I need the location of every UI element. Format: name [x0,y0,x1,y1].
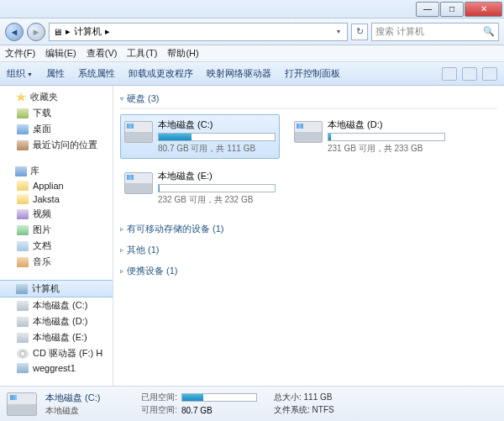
tool-control-panel[interactable]: 打开控制面板 [285,67,340,80]
drive-sub: 80.7 GB 可用，共 111 GB [158,143,276,155]
details-fs-label: 文件系统: [274,405,310,414]
sidebar-item-label: 桌面 [33,123,51,135]
details-used-label: 已用空间: [134,392,177,403]
sidebar-libraries-head[interactable]: 库 [0,163,113,179]
group-label: 便携设备 (1) [127,265,178,277]
menu-tools[interactable]: 工具(T) [127,47,157,60]
expand-icon: ▹ [120,225,123,233]
sidebar-favorites-label: 收藏夹 [30,91,58,103]
preview-pane-icon[interactable] [462,67,477,81]
sidebar-comp-4[interactable]: weggrest1 [0,361,113,375]
back-button[interactable]: ◄ [5,23,24,41]
sidebar-computer-head[interactable]: 计算机 [0,280,113,297]
sidebar-item-label: 音乐 [33,255,51,268]
sidebar-lib-3[interactable]: 图片 [0,222,113,238]
sidebar-item-label: 本地磁盘 (C:) [33,299,87,312]
group-row-2[interactable]: ▹便携设备 (1) [120,260,497,282]
drive-capacity-bar [328,133,445,141]
sidebar-item-label: 本地磁盘 (E:) [33,331,87,344]
sidebar-lib-2[interactable]: 视频 [0,206,113,222]
menu-edit[interactable]: 编辑(E) [45,47,76,60]
ic-fold-icon [17,181,29,191]
body: 收藏夹 下载桌面最近访问的位置 库 ApplianJaksta视频图片文档音乐 … [0,86,504,386]
breadcrumb-label[interactable]: 计算机 [74,25,102,38]
details-used-bar [181,393,257,402]
minimize-button[interactable]: — [416,2,439,17]
sidebar-item-label: 最近访问的位置 [33,139,97,151]
search-input[interactable]: 搜索 计算机 🔍 [371,23,499,41]
help-icon[interactable] [482,67,497,81]
forward-button[interactable]: ► [27,23,45,41]
tool-system-properties[interactable]: 系统属性 [78,67,115,80]
nav-row: ◄ ► 🖥 ▸ 计算机 ▸ ▾ ↻ 搜索 计算机 🔍 [0,18,504,45]
ic-drv-icon [17,317,29,327]
menu-help[interactable]: 帮助(H) [167,47,198,60]
details-size-label: 总大小: [274,392,302,402]
sidebar-item-label: 下载 [33,107,51,119]
sidebar-item-label: 文档 [33,239,51,252]
address-bar[interactable]: 🖥 ▸ 计算机 ▸ ▾ [49,23,348,41]
tool-properties[interactable]: 属性 [46,67,65,80]
drive-0[interactable]: 本地磁盘 (C:)80.7 GB 可用，共 111 GB [120,114,280,159]
close-button[interactable]: ✕ [465,2,502,17]
ic-net-icon [17,363,29,373]
ic-drv-icon [17,301,29,311]
sidebar: 收藏夹 下载桌面最近访问的位置 库 ApplianJaksta视频图片文档音乐 … [0,86,113,386]
details-free-label: 可用空间: [134,404,177,416]
sidebar-computer-label: 计算机 [32,282,60,295]
maximize-button[interactable]: □ [440,2,464,17]
computer-icon: 🖥 [53,27,62,37]
ic-dl-icon [17,108,29,118]
group-label: 其他 (1) [127,244,160,256]
sidebar-lib-4[interactable]: 文档 [0,238,113,254]
sidebar-fav-1[interactable]: 桌面 [0,121,113,137]
sidebar-comp-1[interactable]: 本地磁盘 (D:) [0,313,113,329]
breadcrumb-sep: ▸ [66,26,71,37]
ic-doc-icon [17,241,29,251]
group-hard-drives[interactable]: ▿ 硬盘 (3) [120,89,497,109]
computer-icon [16,284,28,294]
sidebar-lib-0[interactable]: Applian [0,179,113,192]
drive-capacity-fill [328,134,331,140]
sidebar-item-label: 图片 [33,224,51,236]
details-pane: 本地磁盘 (C:) 本地磁盘 已用空间: 可用空间: 80.7 GB 总大小: … [0,386,504,421]
tool-uninstall[interactable]: 卸载或更改程序 [129,67,193,80]
ic-fold-icon [17,194,29,204]
sidebar-favorites-head[interactable]: 收藏夹 [0,89,113,105]
titlebar: — □ ✕ [0,0,504,18]
breadcrumb-sep: ▸ [105,26,110,37]
details-size-value: 111 GB [304,392,333,402]
tool-map-drive[interactable]: 映射网络驱动器 [207,67,271,80]
ic-drv-icon [17,333,29,343]
tool-organize[interactable]: 组织▼ [7,67,33,80]
drive-capacity-fill [159,185,160,192]
toolbar: 组织▼ 属性 系统属性 卸载或更改程序 映射网络驱动器 打开控制面板 [0,62,504,86]
refresh-button[interactable]: ↻ [351,24,368,40]
drive-2[interactable]: 本地磁盘 (E:)232 GB 可用，共 232 GB [120,166,280,210]
group-row-0[interactable]: ▹有可移动存储的设备 (1) [120,218,497,239]
menu-file[interactable]: 文件(F) [5,47,35,60]
menu-view[interactable]: 查看(V) [87,47,118,60]
sidebar-comp-2[interactable]: 本地磁盘 (E:) [0,329,113,345]
sidebar-item-label: weggrest1 [33,363,76,373]
drive-capacity-bar [158,133,276,141]
drive-icon [124,172,153,194]
sidebar-lib-1[interactable]: Jaksta [0,192,113,206]
sidebar-fav-2[interactable]: 最近访问的位置 [0,137,113,153]
drive-1[interactable]: 本地磁盘 (D:)231 GB 可用，共 233 GB [290,114,449,159]
drive-sub: 232 GB 可用，共 232 GB [158,194,276,206]
details-free-value: 80.7 GB [181,406,213,415]
group-hard-drives-label: 硬盘 (3) [127,92,160,105]
sidebar-item-label: 本地磁盘 (D:) [33,315,87,328]
view-options-icon[interactable] [442,67,457,81]
sidebar-comp-0[interactable]: 本地磁盘 (C:) [0,297,113,313]
drive-icon [124,121,153,143]
sidebar-fav-0[interactable]: 下载 [0,105,113,121]
group-row-1[interactable]: ▹其他 (1) [120,239,497,260]
sidebar-lib-5[interactable]: 音乐 [0,254,113,270]
sidebar-comp-3[interactable]: CD 驱动器 (F:) H [0,345,113,361]
address-dropdown-icon[interactable]: ▾ [333,28,344,35]
collapse-icon: ▿ [120,95,123,103]
drive-name: 本地磁盘 (E:) [158,170,276,182]
details-used-fill [182,394,203,401]
